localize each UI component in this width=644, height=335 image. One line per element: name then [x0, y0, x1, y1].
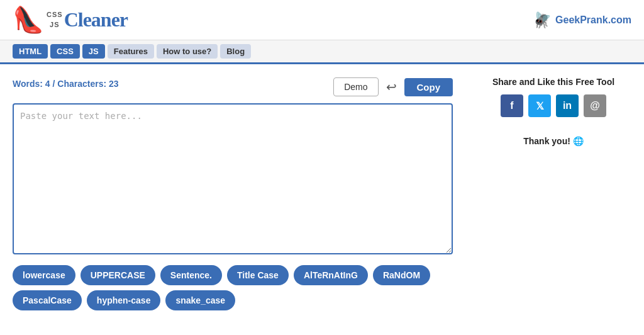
nav-html[interactable]: HTML [13, 44, 48, 59]
social-icons: f 𝕏 in @ [478, 94, 629, 117]
sentence-button[interactable]: Sentence. [160, 265, 222, 285]
main-nav: HTML CSS JS Features How to use? Blog [0, 40, 644, 64]
uppercase-button[interactable]: UPPERCASE [80, 265, 155, 285]
nav-features[interactable]: Features [108, 44, 154, 59]
geekprank-area: 🪰 GeekPrank.com [533, 11, 631, 29]
right-panel: Share and Like this Free Tool f 𝕏 in @ T… [465, 77, 629, 310]
email-icon[interactable]: @ [584, 94, 606, 117]
fly-icon: 🪰 [533, 11, 552, 29]
text-input[interactable] [13, 103, 453, 254]
shoe-icon: 👠 [13, 5, 44, 35]
hyphencase-button[interactable]: hyphen-case [87, 290, 161, 310]
left-panel: Words: 4 / Characters: 23 Demo ↩ Copy lo… [13, 77, 453, 310]
header: 👠 CSS JS Cleaner 🪰 GeekPrank.com [0, 0, 644, 40]
pascalcase-button[interactable]: PascalCase [13, 290, 82, 310]
linkedin-icon[interactable]: in [556, 94, 579, 117]
nav-how-to-use[interactable]: How to use? [157, 44, 218, 59]
titlecase-button[interactable]: Title Case [227, 265, 289, 285]
case-buttons-group: lowercase UPPERCASE Sentence. Title Case… [13, 265, 453, 310]
thank-you-text: Thank you! 🌐 [478, 136, 629, 146]
logo-text-group: CSS JS Cleaner [47, 8, 128, 31]
main-content: Words: 4 / Characters: 23 Demo ↩ Copy lo… [0, 64, 644, 323]
twitter-icon[interactable]: 𝕏 [528, 94, 551, 117]
lowercase-button[interactable]: lowercase [13, 265, 75, 285]
copy-button[interactable]: Copy [404, 78, 453, 96]
css-label: CSS [47, 10, 63, 20]
nav-js[interactable]: JS [82, 44, 105, 59]
facebook-icon[interactable]: f [501, 94, 523, 117]
nav-css[interactable]: CSS [50, 44, 80, 59]
toolbar: Demo ↩ Copy [333, 77, 453, 97]
snakecase-button[interactable]: snake_case [165, 290, 235, 310]
share-title: Share and Like this Free Tool [478, 77, 629, 87]
geekprank-label: GeekPrank.com [555, 14, 631, 26]
undo-button[interactable]: ↩ [384, 77, 399, 97]
logo-container: 👠 CSS JS Cleaner [13, 5, 128, 35]
word-char-stats: Words: 4 / Characters: 23 [13, 79, 119, 89]
alternating-button[interactable]: AlTeRnAtInG [294, 265, 368, 285]
random-button[interactable]: RaNdOM [373, 265, 430, 285]
logo-css-js: CSS JS [47, 10, 63, 30]
logo-cleaner: Cleaner [64, 8, 128, 31]
js-label: JS [50, 20, 59, 30]
stats-row: Words: 4 / Characters: 23 Demo ↩ Copy [13, 77, 453, 97]
demo-button[interactable]: Demo [333, 77, 378, 96]
nav-blog[interactable]: Blog [220, 44, 251, 59]
